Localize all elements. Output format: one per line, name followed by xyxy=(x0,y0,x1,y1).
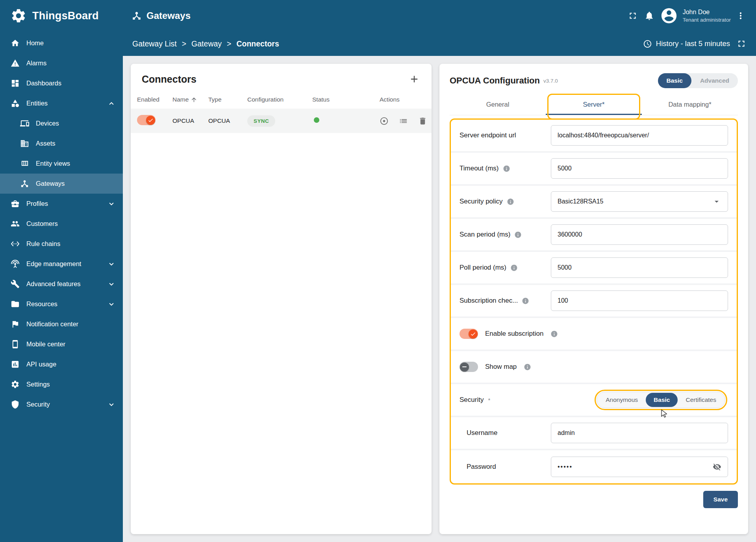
sidebar-item-alarms[interactable]: Alarms xyxy=(0,53,123,73)
more-menu-button[interactable] xyxy=(732,7,749,24)
server-endpoint-url-input[interactable]: localhost:4840/freeopcua/server/ xyxy=(551,125,728,146)
sidebar-item-api-usage[interactable]: API usage xyxy=(0,354,123,374)
enable-subscription-toggle[interactable] xyxy=(460,329,478,339)
sidebar-item-label: Advanced features xyxy=(26,280,81,288)
history-label: History - last 5 minutes xyxy=(656,39,730,48)
info-icon[interactable] xyxy=(507,198,514,205)
sidebar-item-security[interactable]: Security xyxy=(0,394,123,414)
chevron-down-icon xyxy=(107,400,116,409)
user-name: John Doe xyxy=(683,8,731,17)
security-policy-select[interactable]: Basic128RSA15 xyxy=(551,191,728,212)
configuration-chip[interactable]: SYNC xyxy=(247,115,275,127)
avatar[interactable] xyxy=(660,7,678,25)
sidebar-item-entity-views[interactable]: Entity views xyxy=(0,154,123,174)
dropdown-arrow-icon xyxy=(712,197,721,206)
info-icon[interactable] xyxy=(524,363,531,371)
sidebar-item-resources[interactable]: Resources xyxy=(0,294,123,314)
page-title: Gateways xyxy=(132,10,191,21)
chevron-down-icon xyxy=(107,200,116,208)
info-icon[interactable] xyxy=(503,165,510,172)
toggle-label: Enable subscription xyxy=(485,330,543,338)
password-input[interactable]: ••••• xyxy=(551,457,728,477)
info-icon[interactable] xyxy=(514,231,522,239)
chevron-up-icon xyxy=(107,99,116,108)
history-control[interactable]: History - last 5 minutes xyxy=(643,39,730,48)
advanced-mode-button[interactable]: Advanced xyxy=(691,73,738,88)
basic-advanced-toggle: Basic Advanced xyxy=(658,73,738,88)
sidebar-item-dashboards[interactable]: Dashboards xyxy=(0,73,123,93)
sidebar: HomeAlarmsDashboardsEntitiesDevicesAsset… xyxy=(0,31,123,542)
table-body: OPCUAOPCUASYNC xyxy=(131,109,432,133)
toggle-label: Show map xyxy=(485,363,517,371)
tab-server[interactable]: Server* xyxy=(546,94,642,115)
sidebar-item-notification-center[interactable]: Notification center xyxy=(0,314,123,334)
sidebar-item-label: Settings xyxy=(26,381,50,388)
info-icon[interactable] xyxy=(550,330,558,338)
breadcrumb: Gateway List > Gateway > Connectors xyxy=(132,39,279,48)
delete-icon[interactable] xyxy=(418,117,427,126)
rpc-icon[interactable] xyxy=(380,117,389,126)
config-tabs: General Server* Data mapping* xyxy=(450,94,738,115)
username-input[interactable]: admin xyxy=(551,423,728,443)
field-label: Security policy xyxy=(460,198,503,205)
save-button[interactable]: Save xyxy=(703,491,738,508)
sidebar-item-label: Mobile center xyxy=(26,340,65,348)
device-hub-icon xyxy=(20,179,29,188)
field-label: Timeout (ms) xyxy=(460,165,499,172)
sidebar-item-home[interactable]: Home xyxy=(0,33,123,53)
sidebar-item-label: Devices xyxy=(36,120,59,127)
timeout-input[interactable]: 5000 xyxy=(551,158,728,179)
settings-ethernet-icon xyxy=(11,239,20,248)
sidebar-item-profiles[interactable]: Profiles xyxy=(0,194,123,214)
sidebar-item-label: Dashboards xyxy=(26,80,61,87)
input-value: 5000 xyxy=(558,165,572,172)
sidebar-item-advanced-features[interactable]: Advanced features xyxy=(0,274,123,294)
toggle-password-visibility-button[interactable] xyxy=(713,462,721,471)
connector-row[interactable]: OPCUAOPCUASYNC xyxy=(131,109,432,133)
sidebar-item-label: API usage xyxy=(26,361,56,368)
home-icon xyxy=(11,39,20,48)
field-label: Security xyxy=(460,396,484,404)
warning-icon xyxy=(11,59,20,68)
security-basic-button[interactable]: Basic xyxy=(646,393,678,407)
sidebar-item-customers[interactable]: Customers xyxy=(0,214,123,234)
subscription-check-input[interactable]: 100 xyxy=(551,290,728,311)
column-name[interactable]: Name xyxy=(172,96,208,103)
dashboard-icon xyxy=(11,79,20,88)
breadcrumb-separator: > xyxy=(182,39,186,48)
sidebar-item-mobile-center[interactable]: Mobile center xyxy=(0,334,123,354)
tab-data-mapping[interactable]: Data mapping* xyxy=(642,94,738,115)
security-mode-toggle: Anonymous Basic Certificates xyxy=(597,392,725,408)
sidebar-item-gateways[interactable]: Gateways xyxy=(0,174,123,194)
connector-enabled-toggle[interactable] xyxy=(137,115,156,125)
logs-icon[interactable] xyxy=(399,117,408,126)
sidebar-item-devices[interactable]: Devices xyxy=(0,113,123,133)
sidebar-item-entities[interactable]: Entities xyxy=(0,93,123,113)
poll-period-input[interactable]: 5000 xyxy=(551,257,728,278)
info-icon[interactable] xyxy=(522,297,529,305)
fullscreen-button[interactable] xyxy=(624,7,641,24)
sidebar-item-assets[interactable]: Assets xyxy=(0,133,123,154)
sidebar-item-edge-management[interactable]: Edge management xyxy=(0,254,123,274)
input-value: 100 xyxy=(558,297,568,304)
sidebar-item-settings[interactable]: Settings xyxy=(0,374,123,394)
security-certificates-button[interactable]: Certificates xyxy=(678,393,724,407)
input-value: 5000 xyxy=(558,264,572,271)
breadcrumb-gateway[interactable]: Gateway xyxy=(191,39,222,48)
scan-period-input[interactable]: 3600000 xyxy=(551,224,728,245)
security-anonymous-button[interactable]: Anonymous xyxy=(598,393,646,407)
show-map-toggle[interactable] xyxy=(460,362,478,372)
breadcrumb-gateway-list[interactable]: Gateway List xyxy=(132,39,177,48)
info-icon[interactable] xyxy=(510,264,518,272)
connector-type: OPCUA xyxy=(208,117,247,124)
field-label: Server endpoint url xyxy=(460,131,516,139)
folder-icon xyxy=(11,300,20,309)
sidebar-item-rule-chains[interactable]: Rule chains xyxy=(0,234,123,254)
notifications-button[interactable] xyxy=(641,7,658,24)
tab-general[interactable]: General xyxy=(450,94,546,115)
page-title-text: Gateways xyxy=(146,10,191,21)
add-connector-button[interactable] xyxy=(406,73,422,85)
user-info: John Doe Tenant administrator xyxy=(683,8,731,23)
basic-mode-button[interactable]: Basic xyxy=(658,73,691,88)
expand-panel-button[interactable] xyxy=(733,35,750,52)
